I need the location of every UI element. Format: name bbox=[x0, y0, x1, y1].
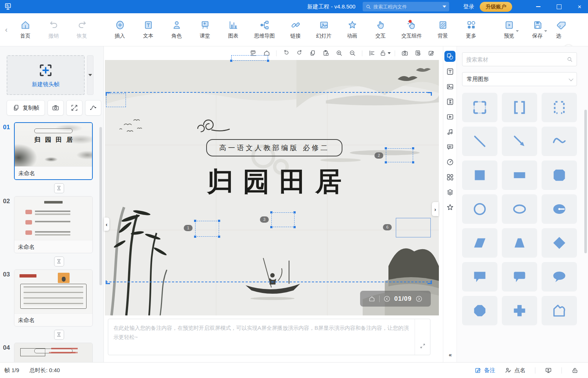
rail-button[interactable] bbox=[444, 111, 455, 122]
expand-right-panel-tab[interactable]: › bbox=[432, 202, 439, 216]
canvas-tool-button[interactable] bbox=[306, 48, 319, 59]
shapes-scrollbar[interactable] bbox=[584, 110, 587, 253]
shape-tile[interactable] bbox=[542, 194, 577, 224]
shape-tile[interactable] bbox=[462, 93, 497, 122]
shape-tile[interactable] bbox=[462, 127, 497, 156]
close-button[interactable]: × bbox=[576, 3, 583, 10]
toolbar-button[interactable]: 交互组件 bbox=[395, 20, 429, 39]
toolbar-button[interactable]: 文本 bbox=[134, 20, 162, 39]
shape-tile[interactable] bbox=[462, 194, 497, 224]
rail-button[interactable] bbox=[444, 172, 455, 183]
element-box-top[interactable] bbox=[231, 55, 268, 61]
dropdown-caret-icon[interactable] bbox=[544, 30, 547, 32]
presenter-screen-button[interactable] bbox=[545, 367, 552, 374]
new-frame-dropdown-button[interactable] bbox=[87, 55, 94, 95]
slide-name[interactable]: 未命名 bbox=[15, 166, 92, 179]
slide-subtitle-text[interactable]: 高一语文人教部编版 必修二 bbox=[206, 139, 342, 156]
shape-tile[interactable] bbox=[462, 228, 497, 258]
slide-thumbnail[interactable]: 未命名 bbox=[14, 196, 93, 253]
canvas-tool-button[interactable] bbox=[319, 48, 332, 59]
canvas-tool-button[interactable] bbox=[276, 50, 277, 56]
project-search-input[interactable] bbox=[373, 4, 440, 10]
element-box-b[interactable]: 3 bbox=[271, 212, 295, 227]
login-button[interactable]: 登录 bbox=[463, 3, 474, 10]
canvas-tool-button[interactable] bbox=[411, 48, 425, 59]
project-search[interactable] bbox=[363, 2, 449, 11]
shape-tile[interactable] bbox=[542, 127, 577, 156]
dropdown-caret-icon[interactable] bbox=[516, 30, 519, 32]
transition-duration-button[interactable] bbox=[54, 330, 64, 340]
rail-button[interactable] bbox=[444, 81, 455, 92]
element-box-corner[interactable] bbox=[106, 93, 126, 107]
path-animation-button[interactable] bbox=[85, 100, 101, 116]
shape-tile[interactable] bbox=[502, 228, 537, 258]
toolbar-button[interactable]: 背景 bbox=[429, 20, 457, 39]
toolbar-collapse-left-icon[interactable]: ‹ bbox=[1, 22, 11, 37]
toolbar-button[interactable]: 思维导图 bbox=[247, 20, 281, 39]
slide-thumbnail[interactable]: 未命名 bbox=[14, 269, 93, 326]
toolbar-button[interactable]: 选 bbox=[552, 20, 568, 39]
slide-thumbnail[interactable]: 归园田居 未命名 bbox=[14, 122, 93, 180]
canvas-tool-button[interactable] bbox=[425, 48, 438, 59]
rail-button[interactable] bbox=[444, 66, 455, 77]
shape-tile[interactable] bbox=[462, 262, 497, 292]
canvas-tool-button[interactable] bbox=[346, 48, 359, 59]
lock-dropdown-caret-icon[interactable] bbox=[388, 52, 391, 54]
asset-search[interactable] bbox=[462, 52, 577, 66]
element-box-d[interactable]: 2 bbox=[386, 148, 413, 162]
shape-tile[interactable] bbox=[542, 296, 577, 325]
toolbar-button[interactable]: 更多 bbox=[457, 20, 485, 39]
prev-page-icon[interactable] bbox=[383, 295, 391, 303]
rail-collapse-icon[interactable]: « bbox=[449, 351, 451, 358]
shape-category-select[interactable]: 常用图形 bbox=[462, 72, 577, 86]
toolbar-button[interactable]: 交互 bbox=[366, 20, 395, 39]
rail-button[interactable] bbox=[444, 202, 455, 213]
canvas-tool-button[interactable] bbox=[365, 48, 378, 59]
toolbar-button[interactable]: 首页 bbox=[11, 20, 39, 39]
rail-button[interactable] bbox=[444, 51, 455, 62]
toolbar-button[interactable]: 预览 bbox=[495, 20, 523, 39]
transition-duration-button[interactable] bbox=[54, 257, 64, 266]
toolbar-button[interactable]: 角色 bbox=[162, 20, 191, 39]
canvas-tool-button[interactable] bbox=[398, 48, 411, 59]
toolbar-button[interactable]: 幻灯片 bbox=[310, 20, 338, 39]
toolbar-button[interactable]: 撤销 bbox=[39, 20, 68, 39]
collapse-left-panel-tab[interactable]: ‹ bbox=[104, 218, 109, 231]
slide-thumbnail[interactable]: 未命名 bbox=[14, 343, 93, 362]
notes-toggle-button[interactable]: 备注 bbox=[475, 367, 495, 374]
canvas-tool-button[interactable] bbox=[332, 48, 346, 59]
search-dropdown-caret-icon[interactable] bbox=[443, 6, 446, 8]
shape-tile[interactable] bbox=[502, 194, 537, 224]
new-camera-frame-button[interactable]: 新建镜头帧 bbox=[7, 55, 85, 95]
notes-expand-button[interactable] bbox=[415, 319, 430, 355]
canvas-tool-button[interactable] bbox=[362, 50, 362, 56]
rollcall-button[interactable]: 点名 bbox=[505, 367, 525, 374]
rail-button[interactable] bbox=[444, 141, 455, 152]
rail-button[interactable] bbox=[444, 156, 455, 167]
rail-button[interactable] bbox=[444, 126, 455, 137]
element-box-c[interactable]: 6 bbox=[396, 218, 431, 237]
shape-tile[interactable] bbox=[542, 228, 577, 258]
snapshot-frame-button[interactable] bbox=[47, 100, 64, 116]
toolbar-button[interactable]: 插入 bbox=[106, 20, 134, 39]
toolbar-button[interactable]: 恢复 bbox=[68, 20, 96, 39]
shape-tile[interactable] bbox=[502, 93, 537, 122]
canvas-tool-button[interactable] bbox=[279, 48, 293, 59]
slide-name[interactable]: 未命名 bbox=[14, 313, 92, 326]
transition-duration-button[interactable] bbox=[54, 183, 64, 193]
canvas-tool-button[interactable] bbox=[293, 48, 306, 59]
shape-tile[interactable] bbox=[502, 296, 537, 325]
shape-tile[interactable] bbox=[462, 296, 497, 325]
toolbar-button[interactable]: 链接 bbox=[281, 20, 310, 39]
asset-search-input[interactable] bbox=[466, 56, 567, 63]
rail-button[interactable] bbox=[444, 187, 455, 198]
shape-tile[interactable] bbox=[502, 160, 537, 190]
toolbar-button[interactable]: 动画 bbox=[338, 20, 366, 39]
toolbar-button[interactable]: 课堂 bbox=[191, 20, 219, 39]
fit-frame-button[interactable] bbox=[66, 100, 82, 116]
shape-tile[interactable] bbox=[542, 93, 577, 122]
minimize-button[interactable] bbox=[535, 3, 542, 10]
toolbar-button[interactable]: 图表 bbox=[219, 20, 247, 39]
maximize-button[interactable] bbox=[556, 3, 562, 10]
copy-frame-button[interactable]: 复制帧 bbox=[7, 100, 45, 116]
